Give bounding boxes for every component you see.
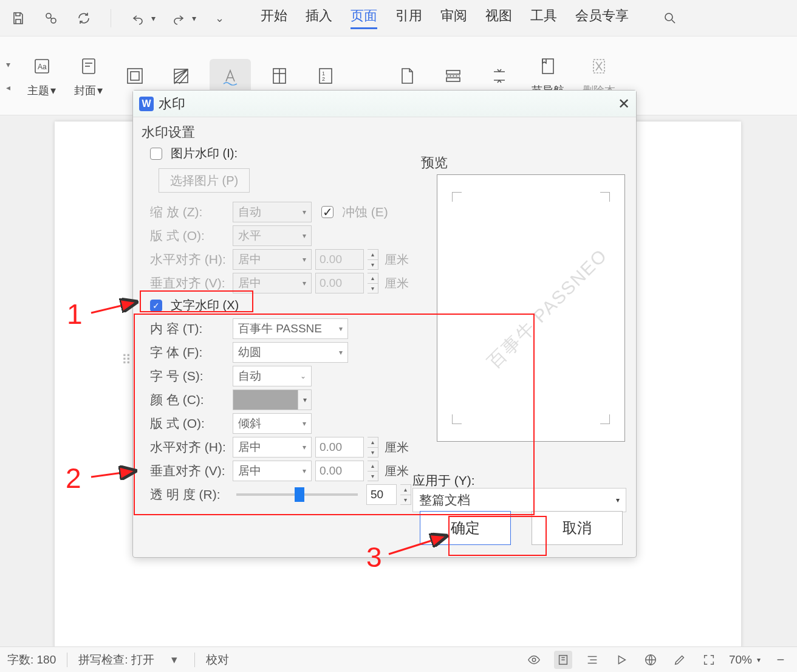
spellcheck-dropdown-icon[interactable]: ▾	[165, 651, 183, 669]
pic-watermark-checkbox[interactable]	[150, 148, 162, 160]
save-icon[interactable]	[9, 9, 28, 28]
svg-point-1	[51, 18, 56, 23]
wordcount-label[interactable]: 字数: 180	[7, 652, 56, 668]
web-view-icon[interactable]	[641, 651, 660, 669]
play-icon[interactable]	[612, 651, 631, 669]
size-select[interactable]: 自动⌄	[233, 366, 312, 386]
print-icon[interactable]	[41, 9, 61, 28]
tab-reference[interactable]: 引用	[395, 7, 422, 29]
watermark-dialog: W 水印 ✕ 水印设置 图片水印 (I): 选择图片 (P) 缩 放 (Z): …	[132, 90, 637, 558]
page-view-icon[interactable]	[554, 651, 572, 669]
theme-button[interactable]: Aa 主题▾	[24, 52, 60, 100]
cancel-button[interactable]: 取消	[532, 511, 623, 545]
valign-label: 垂直对齐 (V):	[150, 275, 229, 292]
preview-watermark-text: 百事牛 PASSNEO	[482, 244, 613, 374]
dialog-title-text: 水印	[159, 95, 185, 113]
tab-page[interactable]: 页面	[351, 7, 377, 29]
font-select[interactable]: 幼圆▾	[233, 342, 348, 363]
ribbon-tabs: 开始 插入 页面 引用 审阅 视图 工具 会员专享	[261, 7, 629, 29]
cover-button[interactable]: 封面▾	[70, 52, 106, 100]
apply-select[interactable]: 整篇文档▾	[412, 488, 626, 512]
annotation-arrow-3	[386, 529, 453, 559]
tab-review[interactable]: 审阅	[440, 7, 467, 29]
fullscreen-icon[interactable]	[700, 651, 718, 669]
eye-icon[interactable]	[525, 651, 543, 669]
layout-select: 水平▾	[233, 225, 312, 246]
svg-rect-8	[128, 69, 142, 83]
halign2-select[interactable]: 居中▾	[233, 437, 312, 458]
hatch-icon	[169, 64, 193, 88]
watermark-button[interactable]	[210, 59, 251, 93]
linenum-icon: 12	[313, 64, 338, 88]
annotation-number-2: 2	[66, 462, 81, 495]
svg-line-25	[91, 302, 137, 313]
transparency-slider[interactable]	[236, 493, 358, 496]
halign-spinner: ▴▾	[368, 249, 378, 270]
tab-member[interactable]: 会员专享	[575, 7, 629, 29]
nav-icon	[536, 54, 560, 78]
zoom-control[interactable]: 70% ▾	[729, 653, 761, 667]
transparency-numbox[interactable]: 50	[366, 484, 397, 505]
valign2-select[interactable]: 居中▾	[233, 461, 312, 481]
edit-icon[interactable]	[671, 651, 689, 669]
ribbon-scroll-left[interactable]: ▾◂	[6, 60, 10, 92]
search-icon[interactable]	[660, 9, 680, 28]
halign-select: 居中▾	[233, 249, 312, 270]
text-watermark-checkbox[interactable]: ✓	[150, 300, 162, 312]
valign2-unit: 厘米	[385, 463, 409, 479]
outline-view-icon[interactable]	[583, 651, 601, 669]
tab-start[interactable]: 开始	[261, 7, 287, 29]
redo-dropdown[interactable]: ▾	[169, 9, 196, 28]
size-label: 字 号 (S):	[150, 368, 229, 385]
pic-watermark-row: 图片水印 (I):	[150, 145, 628, 162]
section-button[interactable]	[436, 61, 471, 91]
newpage-button[interactable]	[389, 61, 425, 91]
more-dropdown-icon[interactable]: ⌄	[210, 9, 229, 28]
valign2-label: 垂直对齐 (V):	[150, 462, 229, 479]
halign2-numbox[interactable]: 0.00	[315, 437, 364, 458]
zoom-out-icon[interactable]: −	[771, 651, 790, 669]
drag-handle-icon[interactable]: ⠿	[121, 352, 132, 368]
svg-line-26	[91, 471, 135, 477]
content-label: 内 容 (T):	[150, 320, 229, 337]
frame-button[interactable]	[117, 61, 152, 91]
annotation-number-1: 1	[67, 298, 83, 331]
svg-point-2	[665, 13, 672, 21]
transparency-spinner[interactable]: ▴▾	[400, 484, 411, 505]
preview-box: 百事牛 PASSNEO	[437, 174, 625, 442]
linenum-button[interactable]: 12	[308, 61, 343, 91]
proof-label[interactable]: 校对	[206, 652, 229, 668]
svg-rect-18	[446, 78, 460, 81]
halign2-unit: 厘米	[385, 439, 409, 456]
tab-tool[interactable]: 工具	[530, 7, 557, 29]
app-logo-icon: W	[139, 97, 154, 111]
color-label: 颜 色 (C):	[150, 391, 229, 408]
svg-rect-17	[446, 70, 460, 74]
section-icon	[441, 64, 465, 88]
svg-point-28	[532, 658, 536, 662]
spellcheck-label[interactable]: 拼写检查: 打开	[78, 652, 154, 668]
color-select[interactable]: ▾	[233, 389, 312, 410]
preview-label: 预览	[421, 154, 448, 172]
halign2-spinner[interactable]: ▴▾	[368, 437, 378, 458]
close-icon[interactable]: ✕	[618, 95, 630, 112]
refresh-icon[interactable]	[74, 9, 94, 28]
washout-label: 冲蚀 (E)	[342, 204, 388, 221]
layout2-select[interactable]: 倾斜▾	[233, 413, 312, 434]
valign2-numbox[interactable]: 0.00	[315, 461, 364, 481]
hatch-button[interactable]	[163, 61, 199, 91]
undo-dropdown[interactable]: ▾	[128, 9, 156, 28]
valign2-spinner[interactable]: ▴▾	[368, 461, 378, 481]
tab-view[interactable]: 视图	[485, 7, 512, 29]
halign2-label: 水平对齐 (H):	[150, 439, 229, 456]
content-select[interactable]: 百事牛 PASSNE▾	[233, 318, 348, 339]
tab-insert[interactable]: 插入	[306, 7, 332, 29]
separator	[111, 9, 111, 27]
zoom-value[interactable]: 70%	[729, 653, 752, 667]
annotation-number-3: 3	[366, 541, 382, 574]
collapse-button[interactable]	[482, 61, 517, 91]
page-icon-button[interactable]	[262, 61, 297, 91]
scale-label: 缩 放 (Z):	[150, 204, 229, 221]
text-watermark-label: 文字水印 (X)	[171, 297, 239, 314]
dialog-titlebar[interactable]: W 水印 ✕	[133, 91, 636, 117]
